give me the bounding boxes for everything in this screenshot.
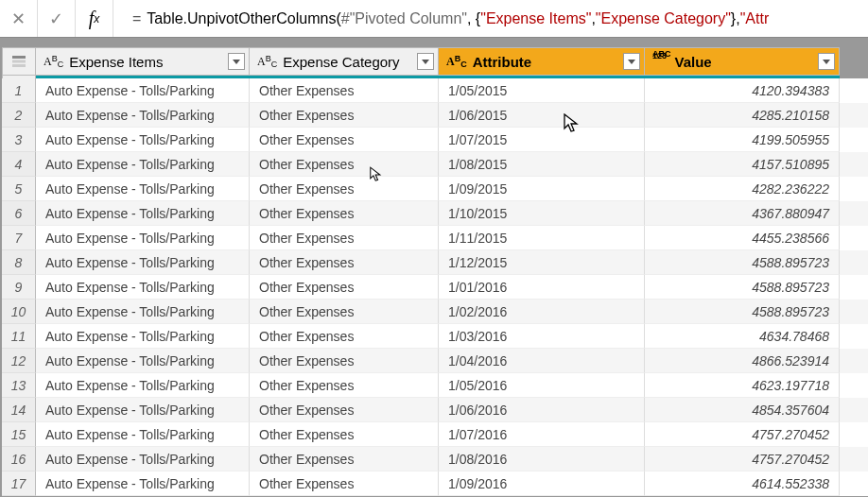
cell[interactable]: 4285.210158	[645, 103, 840, 128]
cell[interactable]: Other Expenses	[250, 349, 439, 373]
cell[interactable]: 1/02/2016	[439, 300, 645, 324]
cell[interactable]: Auto Expense - Tolls/Parking	[36, 398, 250, 422]
table-row[interactable]: 11Auto Expense - Tolls/ParkingOther Expe…	[2, 324, 868, 349]
cell[interactable]: 1/09/2016	[439, 471, 645, 496]
cell[interactable]: 4866.523914	[645, 349, 840, 373]
cell[interactable]: Auto Expense - Tolls/Parking	[36, 422, 250, 447]
cell[interactable]: 4120.394383	[645, 78, 840, 103]
cell[interactable]: Auto Expense - Tolls/Parking	[36, 226, 250, 250]
table-row[interactable]: 10Auto Expense - Tolls/ParkingOther Expe…	[2, 300, 868, 324]
filter-dropdown-icon[interactable]	[228, 53, 245, 70]
cell[interactable]: Auto Expense - Tolls/Parking	[36, 152, 250, 177]
select-all-cell[interactable]	[2, 47, 36, 76]
cell[interactable]: 1/06/2015	[439, 103, 645, 128]
row-number[interactable]: 3	[2, 128, 36, 152]
cell[interactable]: Other Expenses	[250, 250, 439, 275]
cell[interactable]: Auto Expense - Tolls/Parking	[36, 103, 250, 128]
cell[interactable]: 4757.270452	[645, 422, 840, 447]
row-number[interactable]: 1	[2, 78, 36, 103]
cell[interactable]: 1/09/2015	[439, 177, 645, 201]
table-row[interactable]: 15Auto Expense - Tolls/ParkingOther Expe…	[2, 422, 868, 447]
cell[interactable]: Other Expenses	[250, 78, 439, 103]
column-header-value[interactable]: ABC123 Value	[645, 47, 840, 76]
cell[interactable]: 4157.510895	[645, 152, 840, 177]
table-row[interactable]: 1Auto Expense - Tolls/ParkingOther Expen…	[2, 78, 868, 103]
cell[interactable]: 4588.895723	[645, 275, 840, 300]
cell[interactable]: 1/03/2016	[439, 324, 645, 349]
row-number[interactable]: 14	[2, 398, 36, 422]
column-header-attribute[interactable]: ABC Attribute	[439, 47, 645, 76]
cell[interactable]: 1/11/2015	[439, 226, 645, 250]
cell[interactable]: 1/05/2016	[439, 373, 645, 398]
table-row[interactable]: 4Auto Expense - Tolls/ParkingOther Expen…	[2, 152, 868, 177]
row-number[interactable]: 16	[2, 447, 36, 471]
cell[interactable]: 4588.895723	[645, 250, 840, 275]
cell[interactable]: Auto Expense - Tolls/Parking	[36, 275, 250, 300]
table-row[interactable]: 5Auto Expense - Tolls/ParkingOther Expen…	[2, 177, 868, 201]
cell[interactable]: Auto Expense - Tolls/Parking	[36, 177, 250, 201]
cell[interactable]: 4199.505955	[645, 128, 840, 152]
cell[interactable]: 4854.357604	[645, 398, 840, 422]
cell[interactable]: Auto Expense - Tolls/Parking	[36, 201, 250, 226]
table-row[interactable]: 12Auto Expense - Tolls/ParkingOther Expe…	[2, 349, 868, 373]
row-number[interactable]: 10	[2, 300, 36, 324]
cell[interactable]: Auto Expense - Tolls/Parking	[36, 324, 250, 349]
cancel-formula-button[interactable]: ✕	[0, 0, 38, 37]
cell[interactable]: 1/07/2015	[439, 128, 645, 152]
cell[interactable]: Auto Expense - Tolls/Parking	[36, 373, 250, 398]
cell[interactable]: 4588.895723	[645, 300, 840, 324]
cell[interactable]: Auto Expense - Tolls/Parking	[36, 349, 250, 373]
cell[interactable]: Auto Expense - Tolls/Parking	[36, 471, 250, 496]
row-number[interactable]: 13	[2, 373, 36, 398]
cell[interactable]: Other Expenses	[250, 300, 439, 324]
filter-dropdown-icon[interactable]	[417, 53, 434, 70]
column-header-expense-items[interactable]: ABC Expense Items	[36, 47, 250, 76]
row-number[interactable]: 17	[2, 471, 36, 496]
cell[interactable]: Other Expenses	[250, 152, 439, 177]
cell[interactable]: 1/01/2016	[439, 275, 645, 300]
column-header-expense-category[interactable]: ABC Expense Category	[250, 47, 439, 76]
cell[interactable]: Other Expenses	[250, 324, 439, 349]
cell[interactable]: Other Expenses	[250, 447, 439, 471]
row-number[interactable]: 4	[2, 152, 36, 177]
cell[interactable]: Auto Expense - Tolls/Parking	[36, 128, 250, 152]
table-row[interactable]: 14Auto Expense - Tolls/ParkingOther Expe…	[2, 398, 868, 422]
confirm-formula-button[interactable]: ✓	[38, 0, 76, 37]
cell[interactable]: Other Expenses	[250, 471, 439, 496]
cell[interactable]: Other Expenses	[250, 373, 439, 398]
cell[interactable]: 1/12/2015	[439, 250, 645, 275]
table-row[interactable]: 7Auto Expense - Tolls/ParkingOther Expen…	[2, 226, 868, 250]
row-number[interactable]: 8	[2, 250, 36, 275]
cell[interactable]: 1/04/2016	[439, 349, 645, 373]
cell[interactable]: 4757.270452	[645, 447, 840, 471]
cell[interactable]: Other Expenses	[250, 103, 439, 128]
cell[interactable]: 1/06/2016	[439, 398, 645, 422]
filter-dropdown-icon[interactable]	[818, 53, 835, 70]
cell[interactable]: 4634.78468	[645, 324, 840, 349]
fx-button[interactable]: fx	[76, 0, 113, 37]
cell[interactable]: 4367.880947	[645, 201, 840, 226]
cell[interactable]: 4623.197718	[645, 373, 840, 398]
formula-input[interactable]: = Table.UnpivotOtherColumns( #"Pivoted C…	[113, 0, 868, 37]
cell[interactable]: Auto Expense - Tolls/Parking	[36, 300, 250, 324]
table-row[interactable]: 8Auto Expense - Tolls/ParkingOther Expen…	[2, 250, 868, 275]
table-row[interactable]: 6Auto Expense - Tolls/ParkingOther Expen…	[2, 201, 868, 226]
table-row[interactable]: 9Auto Expense - Tolls/ParkingOther Expen…	[2, 275, 868, 300]
cell[interactable]: Other Expenses	[250, 226, 439, 250]
row-number[interactable]: 15	[2, 422, 36, 447]
table-row[interactable]: 2Auto Expense - Tolls/ParkingOther Expen…	[2, 103, 868, 128]
cell[interactable]: Other Expenses	[250, 275, 439, 300]
cell[interactable]: 1/05/2015	[439, 78, 645, 103]
cell[interactable]: 1/07/2016	[439, 422, 645, 447]
cell[interactable]: 4455.238566	[645, 226, 840, 250]
cell[interactable]: Other Expenses	[250, 398, 439, 422]
cell[interactable]: Auto Expense - Tolls/Parking	[36, 447, 250, 471]
table-row[interactable]: 13Auto Expense - Tolls/ParkingOther Expe…	[2, 373, 868, 398]
cell[interactable]: Auto Expense - Tolls/Parking	[36, 78, 250, 103]
cell[interactable]: 4614.552338	[645, 471, 840, 496]
row-number[interactable]: 7	[2, 226, 36, 250]
cell[interactable]: Other Expenses	[250, 128, 439, 152]
row-number[interactable]: 12	[2, 349, 36, 373]
row-number[interactable]: 9	[2, 275, 36, 300]
cell[interactable]: 4282.236222	[645, 177, 840, 201]
